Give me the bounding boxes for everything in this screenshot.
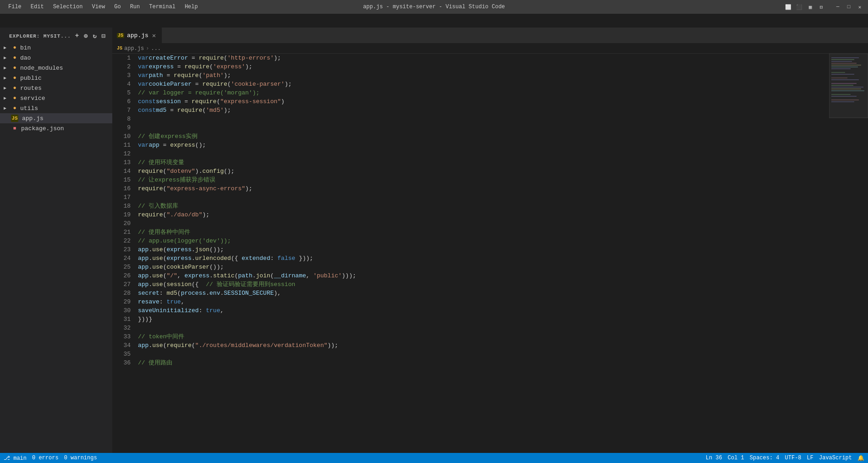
- status-left: ⎇ main 0 errors 0 warnings: [4, 455, 97, 462]
- tree-label: package.json: [21, 125, 64, 132]
- tab-close-btn[interactable]: ✕: [151, 31, 157, 40]
- code-line: const session = require("express-session…: [138, 97, 829, 106]
- code-line: [138, 350, 829, 358]
- folder-icon: ●: [11, 94, 18, 102]
- code-line: app.use(express.urlencoded({ extended: f…: [138, 254, 829, 263]
- breadcrumb-icon: JS: [117, 46, 122, 51]
- titlebar-title: app.js - mysite-server - Visual Studio C…: [363, 4, 505, 10]
- menu-edit[interactable]: Edit: [27, 2, 48, 12]
- code-line: [138, 219, 829, 228]
- minimize-btn[interactable]: ─: [834, 3, 841, 11]
- new-folder-btn[interactable]: ⊕: [83, 31, 89, 41]
- code-line: // 使用环境变量: [138, 158, 829, 167]
- tree-label: bin: [20, 44, 31, 51]
- editor-content: 12345 678910 1112131415 1617181920 21222…: [112, 54, 868, 463]
- maximize-btn[interactable]: □: [845, 3, 852, 11]
- breadcrumb-filename[interactable]: app.js: [124, 45, 144, 52]
- code-line: // 引入数据库: [138, 202, 829, 210]
- breadcrumb: JS app.js › ...: [112, 44, 868, 54]
- line-ending[interactable]: LF: [807, 455, 813, 461]
- git-branch[interactable]: ⎇ main: [4, 455, 27, 462]
- refresh-btn[interactable]: ↻: [92, 31, 98, 41]
- menu-selection[interactable]: Selection: [49, 2, 87, 12]
- warning-count[interactable]: 0 warnings: [64, 455, 97, 461]
- code-line: }))}: [138, 315, 829, 324]
- collapse-btn[interactable]: ⊟: [101, 31, 107, 41]
- tree-label: app.js: [22, 115, 44, 122]
- folder-icon: ●: [11, 84, 18, 92]
- chevron-right-icon: ▶: [4, 75, 11, 81]
- tab-app-js[interactable]: JS app.js ✕: [112, 28, 162, 43]
- tree-label: service: [20, 95, 45, 102]
- error-count[interactable]: 0 errors: [32, 455, 59, 461]
- tree-item-routes[interactable]: ▶ ● routes: [0, 83, 112, 93]
- svg-rect-21: [829, 54, 868, 118]
- close-btn[interactable]: ✕: [856, 3, 863, 11]
- menu-go[interactable]: Go: [110, 2, 124, 12]
- file-encoding[interactable]: UTF-8: [785, 455, 802, 461]
- menu-run[interactable]: Run: [126, 2, 144, 12]
- code-line: [138, 324, 829, 332]
- code-line: // 创建express实例: [138, 132, 829, 141]
- menu-file[interactable]: File: [5, 2, 25, 12]
- code-line: app.use(cookieParser());: [138, 263, 829, 271]
- folder-icon: ●: [11, 44, 18, 51]
- status-right: Ln 36 Col 1 Spaces: 4 UTF-8 LF JavaScrip…: [706, 455, 864, 462]
- code-line: [138, 115, 829, 123]
- folder-icon: ●: [11, 105, 18, 112]
- chevron-icon: ▶: [4, 45, 11, 50]
- code-line: saveUninitialized: true,: [138, 306, 829, 315]
- cursor-col[interactable]: Col 1: [728, 455, 744, 461]
- code-line: require("dotenv").config();: [138, 167, 829, 176]
- tab-label: app.js: [127, 32, 148, 39]
- layout-btn-4[interactable]: ⊟: [818, 3, 825, 11]
- code-line: app.use("/", express.static(path.join(__…: [138, 271, 829, 280]
- code-line: [138, 193, 829, 202]
- sidebar: EXPLORER: MYSIT... + ⊕ ↻ ⊟ ▶ ● bin ▶ ● d…: [0, 28, 112, 463]
- layout-btn-3[interactable]: ▦: [807, 3, 814, 11]
- code-line: var express = require('express');: [138, 62, 829, 71]
- breadcrumb-separator: ›: [146, 45, 149, 52]
- code-lines[interactable]: var createError = require('http-errors')…: [134, 54, 829, 463]
- menu-terminal[interactable]: Terminal: [145, 2, 179, 12]
- titlebar-menu: File Edit Selection View Go Run Terminal…: [5, 2, 202, 12]
- tree-item-utils[interactable]: ▶ ● utils: [0, 103, 112, 113]
- cursor-line[interactable]: Ln 36: [706, 455, 722, 461]
- layout-btn-2[interactable]: ⬛: [796, 3, 803, 11]
- tree-item-public[interactable]: ▶ ● public: [0, 73, 112, 83]
- sidebar-actions: + ⊕ ↻ ⊟: [74, 31, 107, 41]
- folder-icon: ●: [11, 54, 18, 61]
- editor-area: JS app.js ✕ JS app.js › ... 12345 678910…: [112, 28, 868, 463]
- code-line: var createError = require('http-errors')…: [138, 54, 829, 62]
- js-file-icon: JS: [11, 115, 18, 122]
- folder-icon: ●: [11, 64, 18, 72]
- titlebar-left: File Edit Selection View Go Run Terminal…: [5, 2, 202, 12]
- code-line: const md5 = require('md5');: [138, 106, 829, 115]
- code-line: var app = express();: [138, 141, 829, 149]
- code-editor[interactable]: 12345 678910 1112131415 1617181920 21222…: [112, 54, 829, 463]
- menu-view[interactable]: View: [88, 2, 109, 12]
- code-line: // app.use(logger('dev'));: [138, 237, 829, 245]
- language-mode[interactable]: JavaScript: [819, 455, 852, 461]
- tree-item-bin[interactable]: ▶ ● bin: [0, 43, 112, 53]
- tree-item-service[interactable]: ▶ ● service: [0, 93, 112, 103]
- chevron-right-icon: ▶: [4, 85, 11, 91]
- minimap-svg: [829, 54, 868, 375]
- indentation[interactable]: Spaces: 4: [750, 455, 780, 461]
- new-file-btn[interactable]: +: [74, 31, 80, 41]
- code-line: // token中间件: [138, 332, 829, 341]
- layout-btn-1[interactable]: ⬜: [785, 3, 792, 11]
- tree-item-dao[interactable]: ▶ ● dao: [0, 53, 112, 63]
- code-line: require("express-async-errors");: [138, 184, 829, 193]
- tree-item-package-json[interactable]: ■ package.json: [0, 123, 112, 133]
- tree-label: dao: [20, 55, 31, 61]
- tree-item-node-modules[interactable]: ▶ ● node_modules: [0, 63, 112, 73]
- breadcrumb-section: ...: [151, 45, 161, 52]
- notification-bell[interactable]: 🔔: [857, 455, 864, 462]
- chevron-right-icon: ▶: [4, 95, 11, 101]
- tree-item-app-js[interactable]: JS app.js: [0, 113, 112, 123]
- code-line: // 使用路由: [138, 358, 829, 367]
- code-line: app.use(express.json());: [138, 245, 829, 254]
- minimap: [829, 54, 868, 463]
- menu-help[interactable]: Help: [181, 2, 202, 12]
